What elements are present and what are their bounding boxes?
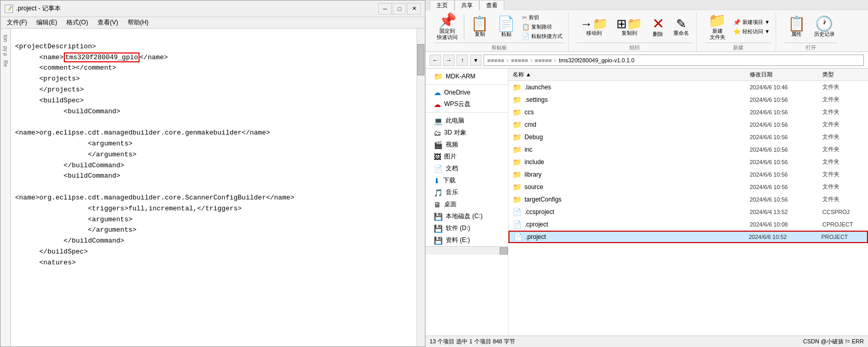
sidebar-label-wps: WPS云盘	[444, 100, 471, 109]
file-row-cproject[interactable]: 📄 .cproject 2024/6/6 10:08 CPROJECT	[508, 218, 868, 231]
file-type-include: 文件夹	[822, 158, 864, 166]
sidebar-item-desktop[interactable]: 🖥 桌面	[425, 198, 508, 210]
back-button[interactable]: ←	[430, 55, 441, 66]
maximize-button[interactable]: □	[393, 3, 406, 15]
new-buttons: 📁 新建文件夹 📌 新建项目 ▼ ⭐ 轻松访问 ▼	[705, 12, 771, 42]
delete-button[interactable]: ✕ 删除	[647, 16, 668, 38]
file-type-settings: 文件夹	[822, 96, 864, 103]
clipboard-group-label: 剪贴板	[434, 43, 564, 51]
sidebar-item-pictures[interactable]: 🖼 图片	[425, 151, 508, 163]
notepad-scrollbar-thumb[interactable]	[417, 44, 424, 75]
diskc-icon: 💾	[434, 212, 443, 221]
file-icon-cproject: 📄	[513, 220, 521, 229]
file-row-settings[interactable]: 📁 .settings 2024/6/6 10:56 文件夹	[508, 94, 868, 106]
notepad-vscrollbar[interactable]	[417, 29, 425, 346]
up-button[interactable]: ↑	[457, 55, 468, 66]
sidebar-item-thispc[interactable]: 💻 此电脑	[425, 115, 508, 127]
move-to-button[interactable]: →📁 移动到	[577, 17, 611, 37]
recent-button[interactable]: ▾	[470, 55, 481, 66]
menu-format[interactable]: 格式(O)	[62, 17, 92, 28]
file-row-source[interactable]: 📁 source 2024/6/6 10:56 文件夹	[508, 181, 868, 193]
menu-edit[interactable]: 编辑(E)	[32, 17, 61, 28]
file-type-cmd: 文件夹	[822, 121, 864, 128]
file-row-targetconfigs[interactable]: 📁 targetConfigs 2024/6/6 10:56 文件夹	[508, 193, 868, 206]
sidebar-item-downloads[interactable]: ⬇ 下载	[425, 175, 508, 186]
sidebar-item-video[interactable]: 🎬 视频	[425, 139, 508, 151]
address-bar[interactable]: ■■■■■ > ■■■■■ > ■■■■■ > tms320f280049_gp…	[484, 55, 864, 66]
file-row-ccsproject[interactable]: 📄 .ccsproject 2024/6/4 13:52 CCSPROJ	[508, 206, 868, 218]
sidebar-item-diskd[interactable]: 💾 软件 (D:)	[425, 222, 508, 234]
file-row-launches[interactable]: 📁 .launches 2024/6/6 10:46 文件夹	[508, 81, 868, 94]
sidebar-label-diskc: 本地磁盘 (C:)	[446, 212, 483, 221]
paste-shortcut-button[interactable]: 📄 粘贴快捷方式	[520, 32, 564, 41]
address-path-current: tms320f280049_gpio-v1.0.1.0	[559, 57, 635, 63]
file-row-project[interactable]: 📄 .project 2024/6/6 10:52 PROJECT	[508, 231, 868, 243]
sidebar-scrollbar[interactable]	[425, 246, 508, 255]
clipboard-buttons: 📌 固定到快速访问 📋 复制 📄 粘贴 ✂	[434, 12, 564, 42]
sidebar-item-onedrive[interactable]: ☁ OneDrive	[425, 87, 508, 98]
pin-label: 固定到快速访问	[437, 28, 458, 41]
easy-access-label: 轻松访问 ▼	[742, 28, 770, 35]
file-name-launches: .launches	[525, 84, 750, 91]
properties-button[interactable]: 📋 属性	[784, 16, 809, 38]
new-item-button[interactable]: 📌 新建项目 ▼	[732, 18, 771, 26]
col-header-name[interactable]: 名称 ▲	[513, 71, 750, 78]
menu-help[interactable]: 帮助(H)	[123, 17, 153, 28]
file-row-cmd[interactable]: 📁 cmd 2024/6/6 10:56 文件夹	[508, 118, 868, 131]
copy-path-button[interactable]: 📋 复制路径	[520, 23, 564, 31]
ribbon-tab-share[interactable]: 共享	[454, 0, 479, 10]
menu-file[interactable]: 文件(F)	[3, 17, 31, 28]
notepad-left-bar: ton py p Re	[1, 29, 11, 346]
copy-button[interactable]: 📋 复制	[467, 16, 492, 38]
file-type-cproject: CPROJECT	[822, 221, 864, 228]
sidebar-item-docs[interactable]: 📄 文档	[425, 163, 508, 175]
sidebar-scroll-thumb	[500, 247, 508, 255]
sidebar-item-3d[interactable]: 🗂 3D 对象	[425, 127, 508, 139]
sidebar-item-diskc[interactable]: 💾 本地磁盘 (C:)	[425, 210, 508, 222]
col-header-type[interactable]: 类型	[822, 71, 864, 78]
statusbar-right: CSDN @小破孩 != ERR	[803, 338, 864, 345]
file-row-include[interactable]: 📁 include 2024/6/6 10:56 文件夹	[508, 156, 868, 168]
sidebar-label-thispc: 此电脑	[446, 116, 464, 125]
history-button[interactable]: 🕐 历史记录	[811, 16, 838, 38]
cut-button[interactable]: ✂ 剪切	[520, 14, 564, 22]
col-header-date[interactable]: 修改日期	[750, 71, 822, 78]
file-row-library[interactable]: 📁 library 2024/6/6 10:56 文件夹	[508, 168, 868, 181]
folder-icon-library: 📁	[513, 170, 521, 179]
onedrive-icon: ☁	[434, 88, 441, 97]
minimize-button[interactable]: ─	[378, 3, 392, 15]
sidebar-item-music[interactable]: 🎵 音乐	[425, 186, 508, 198]
rename-label: 重命名	[673, 30, 689, 36]
ribbon-group-new: 📁 新建文件夹 📌 新建项目 ▼ ⭐ 轻松访问 ▼ 新建	[701, 12, 776, 51]
folder-icon-source: 📁	[513, 183, 521, 191]
pin-to-quickaccess-button[interactable]: 📌 固定到快速访问	[434, 12, 461, 42]
properties-label: 属性	[791, 31, 802, 37]
notepad-title-area: 📝 .project - 记事本	[5, 4, 61, 13]
history-label: 历史记录	[814, 31, 835, 37]
rename-button[interactable]: ✎ 重命名	[670, 17, 692, 37]
notepad-menubar: 文件(F) 编辑(E) 格式(O) 查看(V) 帮助(H)	[1, 17, 425, 29]
explorer-addressbar: ← → ↑ ▾ ■■■■■ > ■■■■■ > ■■■■■ > tms320f2…	[425, 52, 868, 69]
easy-access-button[interactable]: ⭐ 轻松访问 ▼	[732, 28, 771, 36]
close-button[interactable]: ✕	[407, 3, 421, 15]
move-to-icon: →📁	[580, 18, 608, 30]
organize-buttons: →📁 移动到 ⊞📁 复制到 ✕ 删除 ✎ 重命名	[577, 12, 692, 42]
file-row-debug[interactable]: 📁 Debug 2024/6/6 10:56 文件夹	[508, 131, 868, 143]
menu-view[interactable]: 查看(V)	[93, 17, 122, 28]
file-row-ccs[interactable]: 📁 ccs 2024/6/6 10:56 文件夹	[508, 106, 868, 118]
copy-to-button[interactable]: ⊞📁 复制到	[613, 17, 645, 37]
paste-button[interactable]: 📄 粘贴	[494, 16, 518, 38]
notepad-text-content[interactable]: <projectDescription> <name>tms320f280049…	[11, 29, 417, 346]
ribbon-group-open: 📋 属性 🕐 历史记录 打开	[780, 12, 842, 51]
forward-button[interactable]: →	[443, 55, 454, 66]
ribbon-tab-view[interactable]: 查看	[479, 0, 504, 10]
sidebar-label-music: 音乐	[446, 188, 458, 197]
new-folder-button[interactable]: 📁 新建文件夹	[705, 12, 729, 42]
file-row-inc[interactable]: 📁 inc 2024/6/6 10:56 文件夹	[508, 143, 868, 156]
file-date-include: 2024/6/6 10:56	[750, 159, 822, 165]
ribbon-tab-home[interactable]: 主页	[430, 0, 454, 10]
sidebar-item-wps[interactable]: ☁ WPS云盘	[425, 98, 508, 110]
left-bar-label-2: py p	[3, 46, 8, 56]
sidebar-item-mdkarm[interactable]: 📁 MDK-ARM	[425, 71, 508, 82]
sidebar-item-diske[interactable]: 💾 资料 (E:)	[425, 234, 508, 246]
